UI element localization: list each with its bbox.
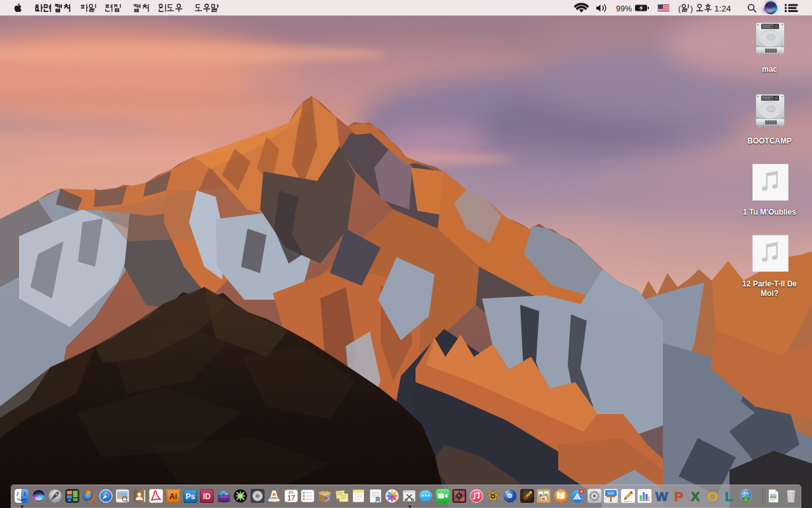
svg-text:P: P <box>674 489 683 503</box>
svg-text:): ) <box>690 4 693 13</box>
svg-text:99%: 99% <box>616 4 632 13</box>
svg-text:4: 4 <box>580 490 582 493</box>
svg-text:W: W <box>655 489 668 503</box>
svg-text:L: L <box>725 489 733 503</box>
svg-text:1:24: 1:24 <box>714 4 731 13</box>
svg-text:(: ( <box>678 4 681 13</box>
svg-text:Ai: Ai <box>169 492 177 501</box>
svg-text:17: 17 <box>287 494 295 502</box>
svg-text:X: X <box>691 489 700 503</box>
svg-text:Ps: Ps <box>185 492 195 501</box>
svg-text:ID: ID <box>203 492 211 501</box>
svg-text:O: O <box>707 489 717 503</box>
